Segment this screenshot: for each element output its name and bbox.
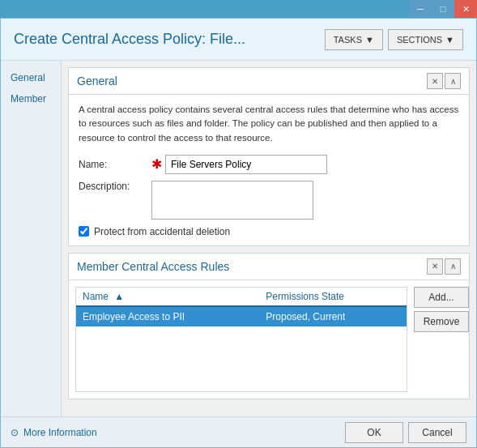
sidebar-item-general[interactable]: General [1,67,61,88]
action-buttons: Add... Remove [414,287,469,392]
protect-checkbox-row: Protect from accidental deletion [79,226,459,237]
ok-button[interactable]: OK [345,422,403,443]
general-info-text: A central access policy contains several… [79,103,459,145]
member-section-header: Member Central Access Rules ✕ ∧ [69,254,469,280]
sections-button[interactable]: SECTIONS ▼ [388,29,463,50]
cancel-button[interactable]: Cancel [408,422,466,443]
more-info-label: More Information [23,427,97,438]
content-area: General Member General ✕ ∧ A central acc… [1,61,476,416]
member-collapse-btn[interactable]: ∧ [445,258,461,275]
description-label: Description: [79,181,151,192]
row-name-cell: Employee Access to PII [76,306,259,326]
member-close-btn[interactable]: ✕ [427,258,443,275]
window-title: Create Central Access Policy: File... [14,31,245,48]
name-field-row: Name: ✱ [79,155,459,174]
maximize-button[interactable]: □ [432,0,454,18]
member-section: Member Central Access Rules ✕ ∧ Name [68,253,470,399]
name-label: Name: [79,159,151,170]
minimize-button[interactable]: ─ [409,0,432,18]
table-row[interactable]: Employee Access to PII Proposed, Current [76,306,407,326]
description-input[interactable] [151,181,313,220]
general-close-btn[interactable]: ✕ [427,73,443,89]
add-button[interactable]: Add... [414,287,469,308]
general-section-controls: ✕ ∧ [427,73,461,89]
more-info-link[interactable]: ⊙ More Information [11,427,97,438]
col-permissions-header[interactable]: Permissions State [259,288,407,306]
table-header-row: Name ▲ Permissions State [76,288,407,306]
protect-checkbox-label: Protect from accidental deletion [94,226,230,237]
rules-table: Name ▲ Permissions State [76,288,407,391]
member-section-controls: ✕ ∧ [427,258,461,275]
sort-arrow-icon: ▲ [114,291,124,302]
general-section-body: A central access policy contains several… [69,95,469,245]
member-section-title: Member Central Access Rules [77,260,229,273]
sidebar: General Member [1,61,62,416]
titlebar-buttons: ─ □ ✕ [409,0,477,18]
titlebar: ─ □ ✕ [0,0,477,18]
footer: ⊙ More Information OK Cancel [1,416,476,447]
remove-button[interactable]: Remove [414,311,469,332]
footer-buttons: OK Cancel [345,422,466,443]
protect-checkbox[interactable] [79,226,89,237]
row-permissions-cell: Proposed, Current [259,306,407,326]
general-collapse-btn[interactable]: ∧ [445,73,461,89]
more-info-icon: ⊙ [11,427,19,438]
general-section-title: General [77,75,117,87]
window-header: Create Central Access Policy: File... TA… [1,19,476,61]
member-section-body: Name ▲ Permissions State [69,280,469,399]
general-section-header: General ✕ ∧ [69,68,469,95]
col-name-header[interactable]: Name ▲ [76,288,259,306]
name-input[interactable] [165,155,327,174]
table-empty-row [76,326,407,391]
header-actions: TASKS ▼ SECTIONS ▼ [325,29,463,50]
close-button[interactable]: ✕ [454,0,477,18]
general-section: General ✕ ∧ A central access policy cont… [68,67,470,246]
sidebar-item-member[interactable]: Member [1,88,61,109]
tasks-button[interactable]: TASKS ▼ [325,29,383,50]
description-field-row: Description: [79,181,459,220]
main-panel: General ✕ ∧ A central access policy cont… [62,61,476,416]
required-indicator: ✱ [151,156,162,172]
rules-table-container: Name ▲ Permissions State [75,287,407,392]
main-window: Create Central Access Policy: File... TA… [0,18,477,448]
